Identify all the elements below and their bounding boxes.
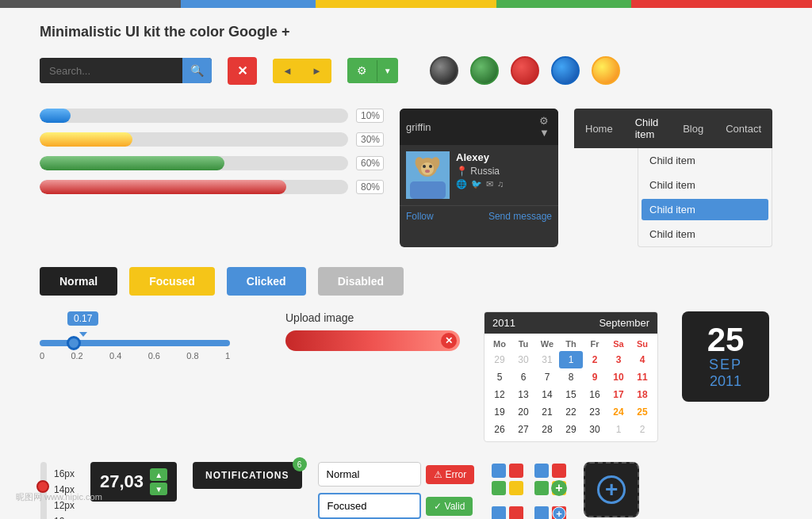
normal-button[interactable]: Normal [40, 267, 117, 296]
svg-point-5 [423, 165, 426, 168]
cal-day-5[interactable]: 5 [488, 368, 511, 386]
nav-item-blog[interactable]: Blog [672, 115, 714, 143]
cal-day-12[interactable]: 12 [488, 386, 511, 403]
circle-green-icon[interactable] [470, 56, 499, 85]
svg-rect-8 [410, 181, 446, 199]
dropdown-item-2[interactable]: Child item [638, 173, 772, 197]
cal-day-1[interactable]: 1 [559, 351, 583, 368]
clicked-button[interactable]: Clicked [227, 267, 306, 296]
cal-day-27[interactable]: 27 [511, 421, 535, 438]
google-icon-1[interactable] [490, 462, 525, 497]
slider-thumb[interactable] [67, 336, 81, 350]
settings-group: ⚙ ▼ [347, 58, 398, 83]
cal-day-14[interactable]: 14 [535, 386, 559, 403]
cal-day-9[interactable]: 9 [583, 368, 607, 386]
svg-point-7 [425, 170, 430, 173]
profile-info: Alexey 📍 Russia 🌐 🐦 ✉ ♫ [406, 151, 552, 199]
upload-progress-bar[interactable]: ✕ [285, 330, 460, 351]
globe-icon: 🌐 [456, 179, 467, 189]
google-icon-4[interactable]: + [533, 505, 568, 519]
circle-dark-icon[interactable] [430, 56, 458, 85]
cal-day-29prev[interactable]: 29 [488, 351, 511, 368]
search-input[interactable] [40, 59, 182, 83]
search-button[interactable]: 🔍 [182, 58, 212, 83]
cal-day-21[interactable]: 21 [535, 403, 559, 421]
cal-day-8[interactable]: 8 [559, 368, 583, 386]
error-badge[interactable]: ⚠ Error [426, 465, 475, 484]
cal-day-13[interactable]: 13 [511, 386, 535, 403]
cal-day-24[interactable]: 24 [607, 403, 630, 421]
cal-day-30prev[interactable]: 30 [511, 351, 535, 368]
cal-day-29[interactable]: 29 [559, 421, 583, 438]
upload-cancel-button[interactable]: ✕ [441, 333, 457, 349]
circle-red-icon[interactable] [511, 56, 539, 85]
cal-day-17[interactable]: 17 [607, 386, 630, 403]
nav-next-button[interactable]: ► [302, 59, 331, 83]
cal-day-22[interactable]: 22 [559, 403, 583, 421]
google-icon-row-1: + [490, 462, 568, 497]
settings-button[interactable]: ⚙ [347, 58, 377, 83]
cal-day-20[interactable]: 20 [511, 403, 535, 421]
dropdown-item-4[interactable]: Child item [638, 222, 772, 246]
input-focused[interactable] [318, 493, 421, 519]
cal-day-16[interactable]: 16 [583, 386, 607, 403]
dark-add-icon-box[interactable]: + [584, 462, 639, 517]
calendar-header: 2011 September [485, 312, 657, 334]
cal-day-23[interactable]: 23 [583, 403, 607, 421]
circle-yellow-icon[interactable] [592, 56, 620, 85]
svg-rect-15 [534, 481, 549, 495]
font-size-16: 16px [54, 468, 75, 479]
cal-day-4[interactable]: 4 [630, 351, 654, 368]
slider-label-08: 0.8 [186, 351, 198, 361]
cal-header-sa: Sa [607, 337, 630, 351]
cal-day-3[interactable]: 3 [607, 351, 630, 368]
cal-day-2[interactable]: 2 [583, 351, 607, 368]
circle-blue-icon[interactable] [551, 56, 580, 85]
cal-day-19[interactable]: 19 [488, 403, 511, 421]
valid-badge[interactable]: ✓ Valid [426, 497, 473, 516]
nav-item-childitem[interactable]: Child item [624, 109, 672, 148]
notifications-button[interactable]: NOTIFICATIONS [193, 462, 301, 489]
cal-day-10[interactable]: 10 [607, 368, 630, 386]
vertical-slider-track[interactable] [40, 462, 48, 519]
send-message-link[interactable]: Send message [488, 211, 552, 222]
follow-link[interactable]: Follow [406, 211, 434, 222]
date-badge-day: 25 [698, 323, 753, 357]
svg-rect-20 [509, 506, 523, 519]
profile-gear-icon[interactable]: ⚙ ▼ [539, 115, 552, 139]
dropdown-item-1[interactable]: Child item [638, 148, 772, 173]
counter-up-button[interactable]: ▲ [150, 468, 167, 481]
google-icon-3[interactable] [490, 505, 525, 519]
input-normal[interactable] [318, 462, 421, 487]
cal-day-1next[interactable]: 1 [607, 421, 630, 438]
counter-down-button[interactable]: ▼ [150, 483, 167, 495]
cal-day-30[interactable]: 30 [583, 421, 607, 438]
close-button[interactable]: ✕ [228, 57, 257, 85]
focused-button[interactable]: Focused [129, 267, 215, 296]
cal-day-25[interactable]: 25 [630, 403, 654, 421]
profile-actions: Follow Send message [400, 205, 558, 227]
dropdown-item-3[interactable]: Child item [642, 199, 768, 220]
progress-label-red: 80% [356, 180, 384, 194]
search-box: 🔍 [40, 58, 212, 83]
slider-track[interactable] [40, 340, 230, 346]
profile-username-input[interactable] [406, 121, 539, 133]
cal-day-15[interactable]: 15 [559, 386, 583, 403]
cal-day-28[interactable]: 28 [535, 421, 559, 438]
nav-item-contact[interactable]: Contact [714, 115, 772, 143]
cal-day-7[interactable]: 7 [535, 368, 559, 386]
settings-arrow-button[interactable]: ▼ [377, 60, 398, 82]
cal-day-26[interactable]: 26 [488, 421, 511, 438]
slider-label-0: 0 [40, 351, 44, 361]
cal-day-11[interactable]: 11 [630, 368, 654, 386]
cal-day-18[interactable]: 18 [630, 386, 654, 403]
cal-day-2next[interactable]: 2 [630, 421, 654, 438]
error-icon: ⚠ [434, 469, 442, 480]
cal-header-we: We [535, 337, 559, 351]
cal-day-31prev[interactable]: 31 [535, 351, 559, 368]
nav-prev-button[interactable]: ◄ [273, 59, 302, 83]
google-icon-2[interactable]: + [533, 462, 568, 497]
cal-day-6[interactable]: 6 [511, 368, 535, 386]
main-content-row: 10% 30% 60% 80% [40, 109, 772, 247]
nav-item-home[interactable]: Home [574, 115, 624, 143]
